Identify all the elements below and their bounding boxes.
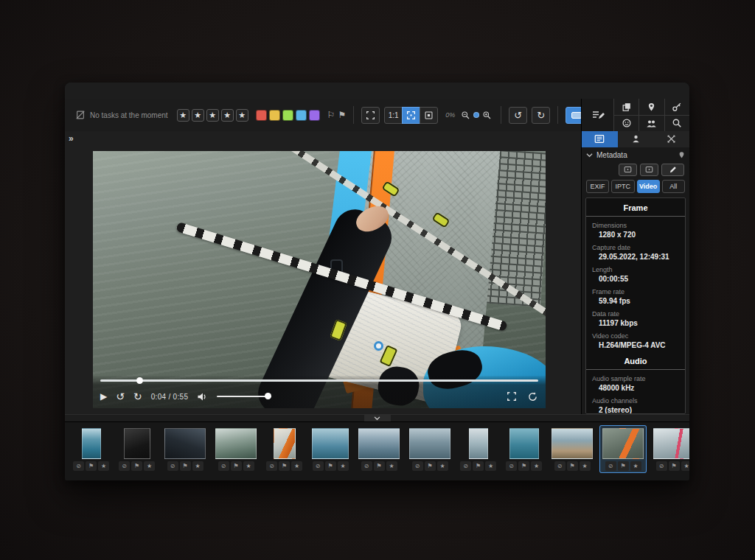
thumbnail-cell[interactable]: ⊘⚑★ (600, 426, 646, 472)
star-icon[interactable]: ★ (144, 461, 155, 471)
thumbnail-image[interactable] (409, 428, 450, 459)
thumbnail-cell[interactable]: ⊘⚑★ (504, 426, 544, 472)
map-pin-button[interactable] (639, 99, 664, 115)
metadata-tab-video[interactable]: Video (637, 180, 660, 193)
label-off-icon[interactable]: ⊘ (266, 461, 277, 471)
label-off-icon[interactable]: ⊘ (119, 461, 130, 471)
label-off-icon[interactable]: ⊘ (313, 461, 324, 471)
star-icon[interactable]: ★ (386, 461, 397, 471)
label-off-icon[interactable]: ⊘ (656, 461, 667, 471)
fullscreen-icon[interactable] (507, 391, 517, 402)
thumbnail-image[interactable] (653, 428, 689, 459)
thumbnail-cell[interactable]: ⊘⚑★ (356, 426, 402, 472)
volume-slider[interactable] (217, 392, 271, 401)
flag-icon[interactable]: ⚑ (279, 461, 290, 471)
thumbnail-image[interactable] (274, 428, 296, 459)
thumbnail-image[interactable] (469, 428, 488, 459)
collapse-left-panel-icon[interactable]: » (69, 133, 74, 144)
thumbnail-cell[interactable]: ⊘⚑★ (458, 426, 498, 472)
star-icon[interactable]: ★ (681, 461, 690, 471)
people-button[interactable] (639, 116, 664, 132)
star-icon[interactable]: ★ (437, 461, 448, 471)
thumbnail-image[interactable] (509, 428, 539, 459)
flag-accept-icon[interactable]: ⚑ (338, 109, 346, 121)
thumbnail-image[interactable] (552, 428, 593, 459)
thumbnail-image[interactable] (124, 428, 150, 459)
label-off-icon[interactable]: ⊘ (506, 461, 517, 471)
tab-similar[interactable] (653, 131, 689, 147)
color-label-button[interactable] (309, 110, 320, 121)
seek-thumb[interactable] (136, 377, 143, 384)
color-label-button[interactable] (256, 110, 267, 121)
star-button[interactable]: ★ (236, 109, 248, 122)
label-off-icon[interactable]: ⊘ (554, 461, 566, 471)
thumbnail-cell[interactable]: ⊘⚑★ (71, 426, 111, 472)
key-button[interactable] (665, 99, 689, 115)
flag-icon[interactable]: ⚑ (374, 461, 385, 471)
copy-button[interactable] (614, 99, 639, 115)
star-icon[interactable]: ★ (98, 461, 109, 471)
label-off-icon[interactable]: ⊘ (218, 461, 229, 471)
video-preview[interactable]: ▶ ↺ ↻ 0:04 / 0:55 (93, 151, 546, 408)
search-button[interactable] (665, 116, 689, 132)
flag-icon[interactable]: ⚑ (86, 461, 97, 471)
crop-button[interactable] (361, 107, 380, 124)
flag-icon[interactable]: ⚑ (180, 461, 191, 471)
label-off-icon[interactable]: ⊘ (605, 461, 616, 471)
thumbnail-cell[interactable]: ⊘⚑★ (549, 426, 595, 472)
metadata-preset-button[interactable] (619, 164, 637, 176)
metadata-tab-iptc[interactable]: IPTC (611, 180, 634, 193)
label-off-icon[interactable]: ⊘ (361, 461, 372, 471)
seek-bar[interactable] (100, 379, 538, 382)
notes-edit-button[interactable] (582, 99, 614, 131)
loop-icon[interactable] (527, 391, 538, 402)
volume-icon[interactable] (197, 392, 208, 402)
star-icon[interactable]: ★ (192, 461, 203, 471)
label-off-icon[interactable]: ⊘ (412, 461, 423, 471)
flag-icon[interactable]: ⚑ (518, 461, 529, 471)
flag-icon[interactable]: ⚑ (425, 461, 436, 471)
color-label-button[interactable] (282, 110, 293, 121)
color-label-button[interactable] (269, 110, 280, 121)
metadata-preset-button[interactable] (640, 164, 658, 176)
thumbnail-image[interactable] (164, 428, 206, 459)
thumbnail-image[interactable] (215, 428, 257, 459)
flag-icon[interactable]: ⚑ (473, 461, 484, 471)
zoom-out-button[interactable] (459, 109, 472, 122)
thumbnail-cell[interactable]: ⊘⚑★ (310, 426, 351, 472)
zoom-in-button[interactable] (481, 109, 493, 122)
flag-icon[interactable]: ⚑ (131, 461, 142, 471)
thumbnail-cell[interactable]: ⊘⚑★ (213, 426, 259, 472)
label-off-icon[interactable]: ⊘ (73, 461, 84, 471)
collapse-filmstrip-button[interactable] (364, 415, 391, 421)
thumbnail-image[interactable] (358, 428, 400, 459)
star-icon[interactable]: ★ (580, 461, 591, 471)
label-off-icon[interactable]: ⊘ (460, 461, 471, 471)
star-button[interactable]: ★ (221, 109, 234, 122)
flag-reject-icon[interactable]: ⚐ (327, 109, 335, 121)
play-button[interactable]: ▶ (100, 392, 107, 401)
thumbnail-cell[interactable]: ⊘⚑★ (116, 426, 157, 472)
zoom-1to1-button[interactable]: 1:1 (384, 107, 403, 124)
zoom-slider-thumb[interactable] (473, 112, 479, 118)
rotate-cw-button[interactable]: ↻ (532, 107, 550, 124)
star-button[interactable]: ★ (177, 109, 189, 122)
rotate-ccw-button[interactable]: ↺ (509, 107, 527, 124)
chevron-down-icon[interactable] (586, 153, 593, 158)
thumbnail-image[interactable] (82, 428, 101, 459)
thumbnail-image[interactable] (602, 428, 644, 459)
thumbnail-cell[interactable]: ⊘⚑★ (651, 426, 689, 472)
thumbnail-cell[interactable]: ⊘⚑★ (162, 426, 208, 472)
face-button[interactable] (614, 116, 639, 132)
flag-icon[interactable]: ⚑ (231, 461, 242, 471)
star-button[interactable]: ★ (192, 109, 204, 122)
volume-thumb[interactable] (265, 393, 271, 399)
star-icon[interactable]: ★ (485, 461, 496, 471)
pin-panel-icon[interactable] (678, 151, 685, 158)
replay-back-button[interactable]: ↺ (116, 391, 125, 402)
star-icon[interactable]: ★ (243, 461, 254, 471)
star-icon[interactable]: ★ (291, 461, 302, 471)
tab-people[interactable] (618, 131, 654, 147)
metadata-tab-all[interactable]: All (662, 180, 685, 193)
thumbnail-cell[interactable]: ⊘⚑★ (264, 426, 305, 472)
